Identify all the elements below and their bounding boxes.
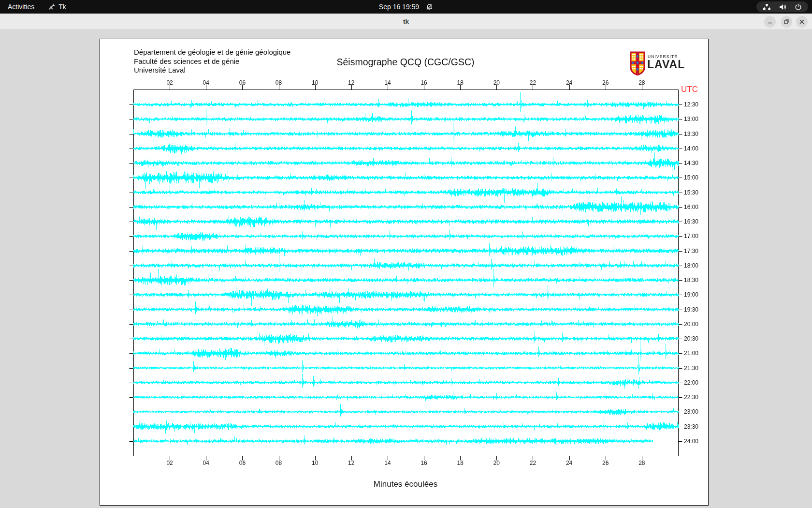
helicorder-plot bbox=[100, 39, 708, 505]
x-tick-label-bottom: 14 bbox=[384, 460, 391, 466]
notifications-muted-icon bbox=[426, 3, 433, 11]
x-tick-label-bottom: 02 bbox=[166, 460, 173, 466]
utc-time-label: 22:00 bbox=[684, 379, 698, 386]
x-tick-label-bottom: 10 bbox=[312, 460, 318, 466]
utc-axis-label: UTC bbox=[681, 85, 698, 94]
x-tick-label-bottom: 12 bbox=[348, 460, 354, 466]
x-tick-label-top: 08 bbox=[276, 79, 282, 86]
minimize-button[interactable] bbox=[764, 16, 776, 28]
x-tick-label-top: 02 bbox=[166, 79, 173, 86]
app-menu-label: Tk bbox=[58, 3, 66, 11]
x-tick-label-bottom: 08 bbox=[276, 460, 282, 466]
x-tick-label-top: 18 bbox=[457, 79, 464, 86]
address-line-3: Université Laval bbox=[134, 66, 290, 75]
close-button[interactable] bbox=[796, 16, 808, 28]
utc-time-label: 13:30 bbox=[684, 131, 698, 137]
x-tick-label-top: 10 bbox=[312, 79, 318, 86]
utc-time-label: 23:30 bbox=[684, 423, 698, 430]
utc-time-label: 18:30 bbox=[684, 277, 698, 284]
utc-time-label: 12:30 bbox=[684, 101, 698, 108]
clock-label: Sep 16 19:59 bbox=[379, 3, 419, 11]
x-tick-label-top: 12 bbox=[348, 79, 354, 86]
utc-time-label: 13:00 bbox=[684, 116, 698, 122]
utc-time-label: 14:30 bbox=[684, 160, 698, 166]
utc-time-label: 20:30 bbox=[684, 335, 698, 342]
utc-time-label: 20:00 bbox=[684, 321, 698, 328]
x-tick-label-bottom: 26 bbox=[602, 460, 609, 466]
x-tick-label-top: 14 bbox=[384, 79, 391, 86]
x-tick-label-top: 22 bbox=[530, 79, 536, 86]
x-tick-label-top: 20 bbox=[493, 79, 500, 86]
x-tick-label-top: 24 bbox=[566, 79, 572, 86]
x-tick-label-bottom: 06 bbox=[239, 460, 246, 466]
x-tick-label-top: 26 bbox=[602, 79, 609, 86]
maximize-icon bbox=[783, 19, 789, 25]
logo-laval-text: LAVAL bbox=[647, 58, 685, 71]
x-tick-label-bottom: 24 bbox=[566, 460, 572, 466]
x-tick-label-bottom: 16 bbox=[420, 460, 427, 466]
window-title-bar: tk bbox=[0, 14, 812, 30]
tk-app-icon bbox=[48, 3, 55, 11]
utc-time-label: 21:00 bbox=[684, 350, 698, 357]
utc-time-label: 24:00 bbox=[684, 438, 698, 445]
utc-time-label: 21:30 bbox=[684, 365, 698, 372]
minimize-icon bbox=[767, 19, 773, 25]
x-tick-label-bottom: 22 bbox=[530, 460, 536, 466]
laval-shield-icon bbox=[630, 51, 645, 75]
utc-time-label: 19:00 bbox=[684, 291, 698, 298]
utc-time-label: 17:00 bbox=[684, 233, 698, 239]
x-tick-label-bottom: 20 bbox=[493, 460, 500, 466]
seismograph-canvas: Département de géologie et de génie géol… bbox=[100, 39, 709, 506]
address-line-1: Département de géologie et de génie géol… bbox=[134, 48, 290, 57]
universite-laval-logo: UNIVERSITÉ LAVAL bbox=[630, 51, 707, 76]
close-icon bbox=[799, 19, 805, 25]
utc-time-label: 18:00 bbox=[684, 262, 698, 269]
x-tick-label-top: 06 bbox=[239, 79, 246, 86]
volume-icon bbox=[779, 3, 787, 11]
x-tick-label-bottom: 04 bbox=[203, 460, 209, 466]
utc-time-label: 23:00 bbox=[684, 408, 698, 415]
app-menu[interactable]: Tk bbox=[48, 3, 66, 11]
utc-time-label: 16:00 bbox=[684, 204, 698, 210]
x-tick-label-top: 28 bbox=[638, 79, 645, 86]
window-title: tk bbox=[0, 14, 812, 30]
activities-button[interactable]: Activities bbox=[8, 3, 34, 11]
utc-time-label: 19:30 bbox=[684, 306, 698, 313]
clock-menu[interactable]: Sep 16 19:59 bbox=[379, 0, 433, 14]
utc-time-label: 16:30 bbox=[684, 218, 698, 225]
plot-title: Séismographe QCQ (CGC/GSC) bbox=[270, 57, 541, 68]
x-tick-label-bottom: 28 bbox=[638, 460, 645, 466]
maximize-button[interactable] bbox=[781, 16, 792, 28]
x-axis-title: Minutes écoulées bbox=[270, 479, 541, 489]
system-tray[interactable] bbox=[756, 1, 808, 12]
power-icon bbox=[795, 3, 802, 11]
x-tick-label-top: 04 bbox=[203, 79, 209, 86]
institution-address: Département de géologie et de génie géol… bbox=[134, 48, 290, 75]
utc-time-label: 15:30 bbox=[684, 189, 698, 196]
gnome-top-bar: Activities Tk Sep 16 19:59 bbox=[0, 0, 812, 14]
utc-time-label: 15:00 bbox=[684, 174, 698, 181]
x-tick-label-top: 16 bbox=[420, 79, 427, 86]
x-tick-label-bottom: 18 bbox=[457, 460, 464, 466]
network-icon bbox=[763, 3, 771, 11]
desktop-screen: Activities Tk Sep 16 19:59 bbox=[0, 0, 812, 508]
address-line-2: Faculté des sciences et de génie bbox=[134, 57, 290, 66]
tk-window-body: Département de géologie et de génie géol… bbox=[0, 30, 812, 508]
utc-time-label: 14:00 bbox=[684, 145, 698, 152]
utc-time-label: 17:30 bbox=[684, 248, 698, 254]
utc-time-label: 22:30 bbox=[684, 394, 698, 401]
